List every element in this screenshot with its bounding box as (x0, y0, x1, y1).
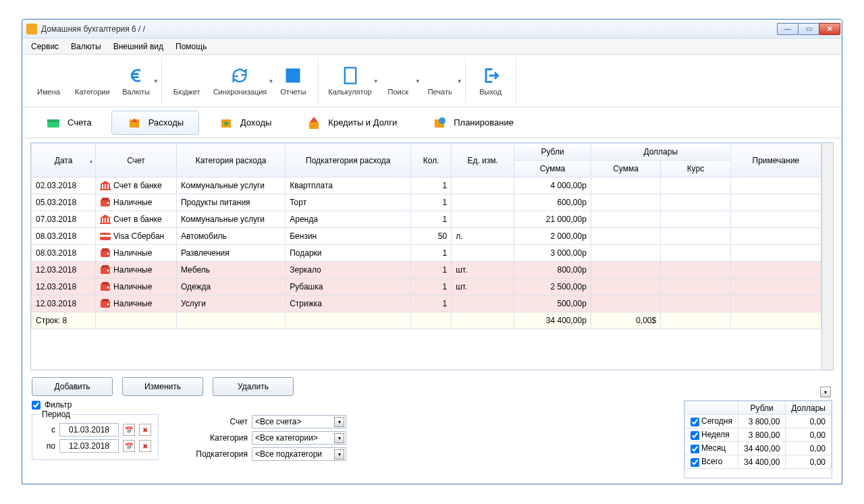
table-row[interactable]: 12.03.2018НаличныеОдеждаРубашка1шт.2 500… (32, 279, 821, 296)
search-icon (389, 66, 408, 85)
card-icon (100, 231, 111, 241)
svg-point-53 (107, 287, 109, 289)
add-button[interactable]: Добавить (32, 377, 113, 396)
filter-account-select[interactable]: <Все счета>▾ (252, 415, 346, 428)
menu-Сервис[interactable]: Сервис (25, 40, 65, 53)
tab-2[interactable]: Доходы (203, 111, 287, 135)
expand-panel-button[interactable]: ▾ (820, 387, 831, 397)
tree-icon (83, 66, 102, 85)
totals-usd-header: Доллары (786, 401, 832, 415)
calendar-to-icon[interactable]: 📅 (123, 440, 135, 452)
delete-button[interactable]: Удалить (213, 377, 294, 396)
date-from-input[interactable] (59, 423, 119, 437)
svg-rect-46 (102, 248, 109, 251)
svg-rect-52 (102, 282, 109, 285)
col-rub-sum[interactable]: Сумма (514, 161, 591, 177)
svg-rect-32 (106, 184, 107, 189)
toolbar-search[interactable]: Поиск▼ (377, 57, 419, 104)
filter-account-label: Счет (187, 417, 248, 426)
col-category[interactable]: Категория расхода (176, 144, 285, 177)
wallet-icon (100, 265, 111, 275)
svg-rect-7 (286, 68, 300, 82)
wallet-icon (100, 299, 111, 308)
totals-row: Неделя3 800,000,00 (684, 428, 831, 442)
toolbar-calc[interactable]: Калькулятор▼ (323, 57, 377, 104)
tab-1[interactable]: Расходы (111, 111, 199, 135)
table-row[interactable]: 12.03.2018НаличныеУслугиСтрижка1500,00р (32, 296, 821, 312)
col-rubles[interactable]: Рубли (514, 144, 591, 161)
svg-rect-11 (344, 67, 355, 83)
col-dollars[interactable]: Доллары (591, 144, 730, 161)
col-date[interactable]: Дата▴ (32, 144, 96, 177)
totals-table: РублиДоллары Сегодня3 800,000,00 Неделя3… (684, 400, 832, 478)
filter-category-select[interactable]: <Все категории>▾ (252, 431, 346, 445)
col-unit[interactable]: Ед. изм. (452, 144, 514, 177)
filter-check-row: Фильтр (32, 400, 159, 410)
maximize-button[interactable]: ▭ (798, 23, 819, 35)
wallet-icon (100, 198, 111, 207)
toolbar: ИменаКатегорииВалюты▼БюджетСинхронизация… (22, 55, 842, 107)
nav-tabs: СчетаРасходыДоходыКредиты и ДолгиПланиро… (22, 107, 842, 138)
table-row[interactable]: 08.03.2018Visa СбербанАвтомобильБензин50… (32, 228, 821, 245)
edit-button[interactable]: Изменить (122, 377, 203, 396)
col-subcategory[interactable]: Подкатегория расхода (286, 144, 411, 177)
toolbar-euro[interactable]: Валюты▼ (115, 57, 157, 104)
table-row[interactable]: 02.03.2018Счет в банкеКоммунальные услуг… (32, 177, 821, 194)
tab-4[interactable]: Планирование (416, 111, 529, 135)
tab-0[interactable]: Счета (30, 111, 107, 135)
filter-checkbox[interactable] (32, 401, 40, 410)
calendar-from-icon[interactable]: 📅 (123, 424, 135, 436)
to-label: по (39, 441, 55, 451)
period-fieldset: Период с 📅 ✖ по 📅 (32, 410, 159, 460)
gauge-icon (178, 66, 196, 85)
table-row[interactable]: 05.03.2018НаличныеПродукты питанияТорт16… (32, 194, 821, 211)
col-note[interactable]: Примечание (730, 144, 821, 177)
menu-Помощь[interactable]: Помощь (169, 40, 213, 53)
col-usd-rate[interactable]: Курс (661, 161, 730, 177)
filter-subcategory-select[interactable]: <Все подкатегори▾ (252, 447, 346, 461)
totals-check[interactable] (691, 418, 699, 426)
col-account[interactable]: Счет (96, 144, 177, 177)
menu-Внешний вид[interactable]: Внешний вид (107, 40, 169, 53)
toolbar-gauge[interactable]: Бюджет (166, 57, 208, 104)
clear-from-icon[interactable]: ✖ (139, 424, 151, 436)
svg-rect-40 (106, 218, 107, 223)
svg-rect-34 (100, 189, 111, 190)
totals-check[interactable] (691, 458, 699, 467)
toolbar-print[interactable]: Печать▼ (419, 57, 461, 104)
col-usd-sum[interactable]: Сумма (591, 161, 660, 177)
svg-rect-49 (102, 265, 109, 268)
toolbar-exit[interactable]: Выход (470, 57, 512, 104)
summary-row: Строк: 8 34 400,00р 0,00$ (32, 312, 821, 329)
menu-Валюты[interactable]: Валюты (65, 40, 107, 53)
table-scroll[interactable]: Дата▴ Счет Категория расхода Подкатегори… (30, 142, 822, 370)
totals-row: Всего34 400,000,00 (684, 455, 831, 469)
totals-check[interactable] (691, 445, 699, 453)
tab-3[interactable]: Кредиты и Долги (291, 111, 412, 135)
svg-rect-30 (101, 184, 102, 189)
table-row[interactable]: 07.03.2018Счет в банкеКоммунальные услуг… (32, 211, 821, 228)
svg-point-29 (439, 117, 446, 124)
svg-rect-31 (103, 184, 105, 189)
totals-check[interactable] (691, 431, 699, 440)
bottom-panel: Фильтр Период с 📅 ✖ по (32, 400, 832, 478)
toolbar-people[interactable]: Имена (28, 57, 70, 104)
people-icon (39, 66, 58, 85)
calc-icon (341, 66, 360, 85)
app-window: Домашняя бухгалтерия 6 / / — ▭ ✕ СервисВ… (22, 19, 842, 484)
toolbar-sync[interactable]: Синхронизация▼ (208, 57, 273, 104)
toolbar-tree[interactable]: Категории (70, 57, 115, 104)
table-row[interactable]: 08.03.2018НаличныеРазвлеченияПодарки13 0… (32, 245, 821, 262)
filter-subcategory-label: Подкатегория (187, 449, 248, 459)
toolbar-chart[interactable]: Отчеты (272, 57, 314, 104)
minimize-button[interactable]: — (777, 23, 799, 35)
vertical-scrollbar[interactable] (822, 142, 834, 370)
table-row[interactable]: 12.03.2018НаличныеМебельЗеркало1шт.800,0… (32, 262, 821, 279)
col-qty[interactable]: Кол. (411, 144, 452, 177)
date-to-input[interactable] (59, 439, 119, 453)
clear-to-icon[interactable]: ✖ (139, 440, 151, 452)
svg-rect-55 (102, 299, 109, 302)
print-icon (431, 66, 450, 85)
svg-point-47 (107, 253, 109, 255)
close-button[interactable]: ✕ (819, 23, 840, 35)
